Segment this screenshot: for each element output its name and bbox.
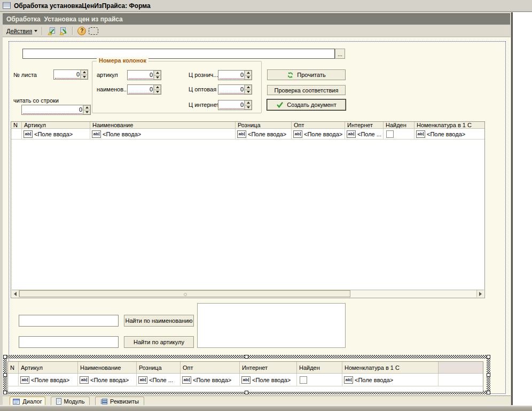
table-empty-area (11, 139, 484, 298)
help-icon[interactable]: ? (77, 27, 86, 35)
save-settings-icon[interactable] (59, 27, 68, 35)
tab-dialog-label: Диалог (22, 398, 42, 405)
horizontal-scrollbar[interactable] (12, 290, 484, 297)
window-titlebar: Обработка установкаЦенИзПрайса: Форма (0, 0, 532, 12)
resize-handle[interactable] (245, 355, 248, 359)
spin-up-button[interactable] (83, 105, 90, 110)
tab-requisites[interactable]: Реквизиты (95, 397, 144, 406)
tab-module[interactable]: Модуль (51, 397, 90, 406)
col-n[interactable]: N (8, 362, 19, 374)
col-found[interactable]: Найден (297, 362, 342, 374)
checkmark-icon (276, 102, 284, 108)
spin-down-button[interactable] (154, 75, 161, 80)
retail-price-col-spinner[interactable]: 0 (218, 70, 252, 80)
input-field-icon: ab (20, 376, 29, 384)
read-from-row-spinner[interactable]: 0 (21, 105, 91, 115)
spin-up-button[interactable] (81, 70, 88, 75)
input-field-icon: ab (182, 376, 191, 384)
search-results-listbox[interactable] (197, 303, 346, 348)
found-checkbox[interactable] (300, 376, 307, 384)
article-col-spinner[interactable]: 0 (127, 70, 161, 80)
scroll-right-arrow[interactable] (476, 290, 484, 297)
wholesale-price-col-label: Ц оптовая (189, 86, 216, 92)
col-retail[interactable]: Розница (137, 362, 181, 374)
workspace-background (511, 12, 532, 405)
file-path-input[interactable] (23, 49, 334, 58)
find-by-article-button[interactable]: Найти по артикулу (124, 336, 194, 348)
resize-handle[interactable] (487, 355, 490, 359)
toolbar-separator (42, 27, 43, 35)
input-field-icon: ab (237, 130, 246, 138)
selection-marquee-icon[interactable] (89, 27, 98, 35)
col-internet[interactable]: Интернет (240, 362, 297, 374)
load-settings-icon[interactable] (47, 27, 56, 35)
resize-handle[interactable] (487, 391, 490, 394)
find-by-name-button[interactable]: Найти по наименованию (124, 315, 194, 327)
search-by-name-input[interactable] (19, 315, 118, 326)
search-by-article-field[interactable] (19, 336, 119, 348)
spin-up-button[interactable] (245, 71, 252, 75)
resize-handle[interactable] (3, 391, 7, 394)
read-from-row-label: читать со строки (13, 97, 59, 104)
actions-menu-button[interactable]: Действия (6, 28, 37, 34)
col-name[interactable]: Наименование (78, 362, 137, 374)
col-found[interactable]: Найден (384, 122, 414, 129)
col-name[interactable]: Наименование (90, 122, 236, 129)
table-row[interactable]: ab<Поле ввода> ab<Поле ввода> ab<Поле ..… (8, 374, 483, 386)
input-field-icon: ab (293, 130, 302, 138)
col-wholesale[interactable]: Опт (181, 362, 240, 374)
spin-down-button[interactable] (245, 90, 252, 95)
module-tab-icon (56, 398, 61, 405)
spin-down-button[interactable] (154, 90, 161, 95)
name-col-spinner[interactable]: 0 (127, 84, 161, 95)
col-nomenclature[interactable]: Номенклатура в 1 С (414, 122, 484, 129)
spin-up-button[interactable] (245, 100, 252, 105)
search-by-name-field[interactable] (19, 315, 119, 327)
resize-handle[interactable] (487, 373, 490, 377)
resize-handle[interactable] (3, 355, 7, 359)
spin-up-button[interactable] (154, 85, 161, 90)
col-article[interactable]: Артикул (19, 362, 78, 374)
scrollbar-thumb[interactable] (19, 290, 350, 297)
groupbox-title: Номера колонок (97, 57, 148, 64)
create-document-button[interactable]: Создать документ (267, 99, 346, 110)
table-header-row: N Артикул Наименование Розница Опт Интер… (8, 362, 483, 374)
form-window-icon (3, 2, 11, 9)
scroll-left-arrow[interactable] (12, 290, 19, 297)
tab-dialog[interactable]: Диалог (10, 397, 45, 406)
spin-down-button[interactable] (83, 110, 90, 115)
price-rows-table[interactable]: N Артикул Наименование Розница Опт Интер… (11, 121, 485, 298)
spin-up-button[interactable] (154, 71, 161, 75)
internet-price-col-spinner[interactable]: 0 (218, 100, 252, 110)
browse-button[interactable]: ... (335, 49, 345, 59)
col-nomenclature[interactable]: Номенклатура в 1 С (342, 362, 439, 374)
toolbar-separator (72, 27, 73, 35)
table-row[interactable]: ab<Поле ввода> ab<Поле ввода> ab<Поле вв… (11, 129, 484, 139)
check-matching-button[interactable]: Проверка соответствия (267, 85, 346, 95)
found-checkbox[interactable] (386, 130, 394, 138)
form-caption: Обработка Установка цен из прайса (3, 15, 123, 23)
form-caption-bar: Обработка Установка цен из прайса (3, 13, 510, 25)
input-field-icon: ab (416, 130, 425, 138)
col-n[interactable]: N (11, 122, 22, 129)
spin-down-button[interactable] (81, 75, 88, 80)
col-article[interactable]: Артикул (22, 122, 90, 129)
selected-price-table[interactable]: N Артикул Наименование Розница Опт Интер… (7, 361, 483, 392)
resize-handle[interactable] (3, 373, 7, 377)
col-wholesale[interactable]: Опт (292, 122, 345, 129)
refresh-icon (287, 72, 294, 79)
input-field-icon: ab (347, 130, 356, 138)
wholesale-price-col-spinner[interactable]: 0 (218, 84, 252, 95)
spin-up-button[interactable] (245, 85, 252, 90)
resize-handle[interactable] (245, 391, 248, 394)
col-retail[interactable]: Розница (236, 122, 292, 129)
create-document-label: Создать документ (287, 102, 337, 108)
search-by-article-input[interactable] (19, 337, 118, 347)
input-field-icon: ab (24, 130, 33, 138)
sheet-number-spinner[interactable]: 0 (53, 69, 88, 80)
spin-down-button[interactable] (245, 75, 252, 80)
spin-down-button[interactable] (245, 105, 252, 110)
read-button[interactable]: Прочитать (267, 69, 346, 80)
file-path-field[interactable] (22, 49, 335, 59)
col-internet[interactable]: Интернет (345, 122, 384, 129)
